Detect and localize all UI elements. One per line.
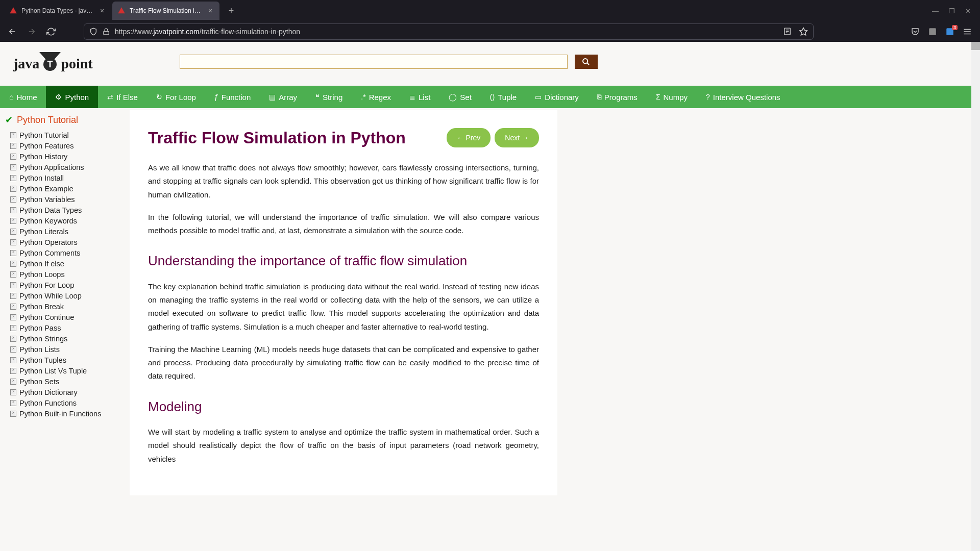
nav-icon: ◯	[449, 93, 457, 101]
search-button[interactable]	[575, 55, 598, 69]
sidebar-item[interactable]: Python Tuples	[3, 355, 126, 365]
section-heading: Modeling	[148, 395, 539, 419]
tab-title: Python Data Types - javatpoint	[21, 7, 94, 14]
sidebar-item[interactable]: Python While Loop	[3, 290, 126, 301]
sidebar-item[interactable]: Python Operators	[3, 237, 126, 247]
bullet-icon	[10, 143, 16, 149]
sidebar-item-label: Python Tuples	[19, 356, 66, 364]
sidebar-item-label: Python Functions	[19, 399, 77, 407]
sidebar-item[interactable]: Python If else	[3, 258, 126, 269]
sidebar-item-label: Python For Loop	[19, 281, 74, 289]
menu-icon[interactable]	[963, 27, 972, 36]
nav-item-array[interactable]: ▤Array	[260, 86, 306, 108]
sidebar-item[interactable]: Python Functions	[3, 397, 126, 408]
nav-item-if-else[interactable]: ⇄If Else	[98, 86, 147, 108]
sidebar-item[interactable]: Python Loops	[3, 269, 126, 280]
scrollbar-thumb[interactable]	[971, 42, 980, 50]
sidebar-item-label: Python While Loop	[19, 292, 82, 300]
sidebar-item-label: Python History	[19, 153, 67, 161]
nav-item-home[interactable]: ⌂Home	[0, 86, 46, 108]
minimize-icon[interactable]: —	[932, 7, 939, 15]
sidebar-item[interactable]: Python Built-in Functions	[3, 408, 126, 419]
sidebar-item[interactable]: Python History	[3, 151, 126, 162]
sidebar-item[interactable]: Python Continue	[3, 312, 126, 322]
new-tab-button[interactable]: +	[224, 3, 239, 18]
bullet-icon	[10, 218, 16, 224]
pocket-icon[interactable]	[911, 27, 920, 36]
sidebar-item[interactable]: Python Example	[3, 183, 126, 194]
sidebar-item[interactable]: Python Pass	[3, 322, 126, 333]
extension-icon[interactable]: 3	[945, 27, 954, 36]
bullet-icon	[10, 357, 16, 363]
nav-item-python[interactable]: ⚙Python	[46, 86, 98, 108]
logo[interactable]: javaTpoint	[13, 52, 93, 72]
nav-item-programs[interactable]: ⎘Programs	[588, 86, 647, 108]
sidebar-item[interactable]: Python List Vs Tuple	[3, 365, 126, 376]
forward-button[interactable]	[24, 24, 39, 39]
nav-item-list[interactable]: ≣List	[400, 86, 439, 108]
nav-label: String	[323, 93, 342, 102]
bullet-icon	[10, 196, 16, 203]
nav-icon: .*	[361, 93, 365, 101]
close-icon[interactable]: ×	[98, 7, 106, 15]
sidebar-item[interactable]: Python Data Types	[3, 205, 126, 215]
sidebar-item[interactable]: Python Install	[3, 172, 126, 183]
search-input[interactable]	[180, 55, 568, 69]
sidebar-item[interactable]: Python Applications	[3, 162, 126, 172]
close-window-icon[interactable]: ✕	[965, 7, 971, 15]
nav-item-set[interactable]: ◯Set	[439, 86, 481, 108]
url-bar[interactable]: https://www.javatpoint.com/traffic-flow-…	[84, 23, 814, 40]
prev-button[interactable]: ← Prev	[447, 128, 491, 148]
sidebar-item-label: Python Install	[19, 174, 64, 182]
nav-item-tuple[interactable]: ()Tuple	[481, 86, 526, 108]
bullet-icon	[10, 282, 16, 288]
section-heading: Understanding the importance of traffic …	[148, 249, 539, 273]
close-icon[interactable]: ×	[206, 7, 214, 15]
nav-item-interview-questions[interactable]: ?Interview Questions	[697, 86, 790, 108]
sidebar-item-label: Python Pass	[19, 324, 61, 332]
sidebar-item-label: Python Example	[19, 185, 74, 193]
nav-item-numpy[interactable]: ΣNumpy	[647, 86, 697, 108]
maximize-icon[interactable]: ❐	[949, 7, 955, 15]
logo-t-icon: T	[39, 52, 61, 71]
nav-icon: Σ	[656, 93, 660, 101]
sidebar-item[interactable]: Python Lists	[3, 344, 126, 355]
nav-item-function[interactable]: ƒFunction	[205, 86, 260, 108]
sidebar-item[interactable]: Python Comments	[3, 247, 126, 258]
bullet-icon	[10, 271, 16, 278]
sidebar-item[interactable]: Python Tutorial	[3, 130, 126, 140]
nav-item-regex[interactable]: .*Regex	[352, 86, 400, 108]
nav-icon: ❝	[315, 93, 320, 101]
next-button[interactable]: Next →	[495, 128, 539, 148]
tab-title: Traffic Flow Simulation in Pytho	[130, 7, 202, 14]
sidebar-item-label: Python Strings	[19, 335, 67, 343]
sidebar-item[interactable]: Python Features	[3, 140, 126, 151]
reload-button[interactable]	[44, 24, 58, 39]
browser-tab-2[interactable]: Traffic Flow Simulation in Pytho ×	[112, 2, 219, 20]
scrollbar-track[interactable]	[971, 42, 980, 551]
sidebar-item-label: Python Lists	[19, 345, 60, 354]
nav-item-for-loop[interactable]: ↻For Loop	[147, 86, 205, 108]
sidebar-item[interactable]: Python Dictionary	[3, 387, 126, 397]
page-title: Traffic Flow Simulation in Python	[148, 123, 447, 152]
bullet-icon	[10, 368, 16, 374]
sidebar-item[interactable]: Python Sets	[3, 376, 126, 387]
nav-icon: ▤	[269, 93, 276, 101]
bullet-icon	[10, 325, 16, 331]
browser-tab-1[interactable]: Python Data Types - javatpoint ×	[4, 2, 111, 20]
bookmark-star-icon[interactable]	[799, 27, 808, 36]
sidebar-item[interactable]: Python Break	[3, 301, 126, 312]
sidebar-item[interactable]: Python Strings	[3, 333, 126, 344]
sidebar-item[interactable]: Python Variables	[3, 194, 126, 205]
sidebar-item[interactable]: Python For Loop	[3, 280, 126, 290]
bullet-icon	[10, 314, 16, 320]
reader-mode-icon[interactable]	[783, 27, 792, 36]
sidebar-item[interactable]: Python Literals	[3, 226, 126, 237]
sidebar-item-label: Python Sets	[19, 378, 59, 386]
account-icon[interactable]	[928, 27, 937, 36]
nav-item-dictionary[interactable]: ▭Dictionary	[526, 86, 588, 108]
nav-item-string[interactable]: ❝String	[306, 86, 352, 108]
bullet-icon	[10, 411, 16, 417]
back-button[interactable]	[5, 24, 19, 39]
sidebar-item[interactable]: Python Keywords	[3, 215, 126, 226]
